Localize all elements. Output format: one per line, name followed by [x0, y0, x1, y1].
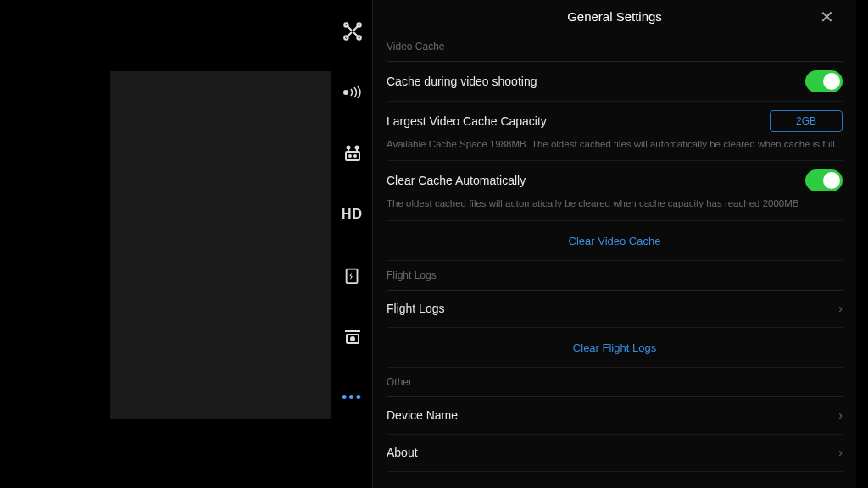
svg-rect-5 [346, 152, 359, 160]
section-other: Other [387, 368, 843, 397]
svg-point-8 [347, 147, 349, 149]
chevron-right-icon: › [838, 408, 843, 422]
svg-point-4 [343, 90, 348, 95]
row-flight-logs[interactable]: Flight Logs › [387, 291, 843, 328]
hd-label: HD [342, 207, 363, 222]
row-about[interactable]: About › [387, 435, 843, 472]
clear-video-cache-link[interactable]: Clear Video Cache [569, 235, 661, 247]
hd-icon[interactable]: HD [340, 202, 365, 227]
svg-rect-12 [346, 269, 357, 284]
cache-during-shooting-label: Cache during video shooting [387, 75, 537, 88]
signal-icon[interactable] [340, 80, 365, 105]
drone-icon[interactable] [340, 19, 365, 44]
panel-header: General Settings ✕ [373, 0, 856, 32]
svg-point-9 [355, 147, 358, 149]
row-largest-capacity: Largest Video Cache Capacity 2GB [387, 102, 843, 141]
more-icon[interactable]: ••• [340, 385, 365, 410]
clear-auto-label: Clear Cache Automatically [387, 174, 526, 187]
chevron-right-icon: › [838, 302, 843, 315]
controller-icon[interactable] [340, 141, 365, 166]
section-flight-logs: Flight Logs [387, 261, 843, 291]
device-name-label: Device Name [387, 408, 458, 422]
clear-flight-logs-link[interactable]: Clear Flight Logs [573, 341, 656, 354]
battery-icon[interactable] [340, 263, 365, 288]
largest-capacity-label: Largest Video Cache Capacity [387, 114, 547, 128]
about-label: About [387, 446, 418, 459]
svg-point-10 [349, 155, 351, 157]
flight-logs-label: Flight Logs [387, 302, 444, 315]
clear-auto-toggle[interactable] [805, 169, 843, 191]
panel-title: General Settings [567, 9, 662, 24]
gimbal-icon[interactable] [340, 324, 365, 349]
available-cache-note: Available Cache Space 1988MB. The oldest… [387, 137, 843, 161]
cache-during-shooting-toggle[interactable] [805, 70, 843, 92]
row-clear-auto: Clear Cache Automatically [387, 161, 843, 200]
svg-point-15 [350, 336, 355, 341]
chevron-right-icon: › [838, 446, 843, 459]
row-clear-flight-logs[interactable]: Clear Flight Logs [387, 328, 843, 368]
close-icon[interactable]: ✕ [820, 7, 834, 27]
settings-sidebar: HD ••• [332, 0, 373, 488]
row-device-name[interactable]: Device Name › [387, 397, 843, 435]
settings-panel: General Settings ✕ Video Cache Cache dur… [373, 0, 856, 488]
clear-auto-note: The oldest cached files will automatical… [387, 197, 843, 220]
capacity-value-button[interactable]: 2GB [770, 110, 843, 132]
row-clear-video-cache[interactable]: Clear Video Cache [387, 221, 843, 261]
svg-rect-13 [345, 330, 360, 332]
video-preview-area [110, 71, 331, 419]
row-cache-during-shooting: Cache during video shooting [387, 62, 843, 102]
svg-point-11 [354, 155, 356, 157]
section-video-cache: Video Cache [387, 32, 843, 62]
